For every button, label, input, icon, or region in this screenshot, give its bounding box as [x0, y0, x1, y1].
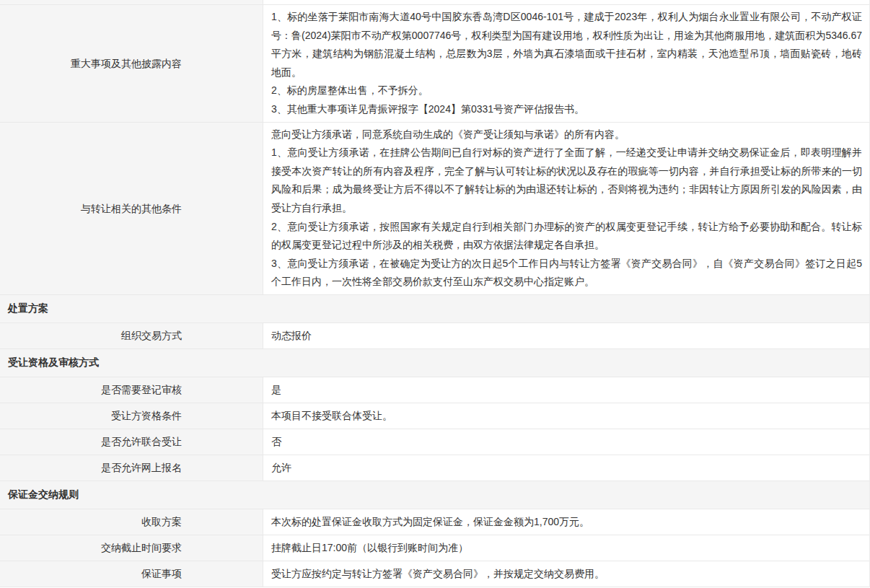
asset-disclosure-table: 重大事项及其他披露内容 1、标的坐落于莱阳市南海大道40号中国胶东香岛湾D区00… — [0, 0, 870, 587]
row-value: 挂牌截止日17:00前（以银行到账时间为准） — [263, 535, 869, 561]
row-content: 1、标的坐落于莱阳市南海大道40号中国胶东香岛湾D区0046-101号，建成于2… — [263, 5, 869, 122]
row-label: 重大事项及其他披露内容 — [0, 5, 263, 122]
table-row-allow-joint-transfer: 是否允许联合受让 否 — [0, 429, 869, 455]
row-label: 是否允许联合受让 — [0, 429, 263, 455]
row-value: 否 — [263, 429, 869, 455]
row-label — [0, 0, 263, 4]
row-label: 是否需要登记审核 — [0, 377, 263, 403]
row-value: 动态报价 — [263, 323, 869, 348]
table-row-transfer-conditions: 与转让相关的其他条件 意向受让方须承诺，同意系统自动生成的《资产受让须知与承诺》… — [0, 123, 869, 295]
table-row-trade-method: 组织交易方式 动态报价 — [0, 323, 869, 349]
row-label: 与转让相关的其他条件 — [0, 123, 263, 294]
row-label: 保证事项 — [0, 561, 263, 587]
row-label: 交纳截止时间要求 — [0, 535, 263, 561]
paragraph: 3、其他重大事项详见青振评报字【2024】第0331号资产评估报告书。 — [271, 100, 862, 119]
row-value: 本次标的处置保证金收取方式为固定保证金，保证金金额为1,700万元。 — [263, 509, 869, 535]
row-value: 是 — [263, 377, 869, 403]
section-header-deposit-rules: 保证金交纳规则 — [0, 481, 869, 509]
paragraph: 3、意向受让方须承诺，在被确定为受让方的次日起5个工作日内与转让方签署《资产交易… — [271, 255, 862, 291]
table-row-payment-deadline: 交纳截止时间要求 挂牌截止日17:00前（以银行到账时间为准） — [0, 535, 869, 561]
row-content: 意向受让方须承诺，同意系统自动生成的《资产受让须知与承诺》的所有内容。 1、意向… — [263, 123, 869, 294]
paragraph: 2、标的房屋整体出售，不予拆分。 — [271, 82, 862, 100]
section-header-disposal-plan: 处置方案 — [0, 295, 869, 323]
paragraph: 1、标的坐落于莱阳市南海大道40号中国胶东香岛湾D区0046-101号，建成于2… — [271, 8, 862, 82]
table-row-transferee-qualification: 受让方资格条件 本项目不接受联合体受让。 — [0, 403, 869, 429]
row-label: 组织交易方式 — [0, 323, 263, 348]
table-row-collection-plan: 收取方案 本次标的处置保证金收取方式为固定保证金，保证金金额为1,700万元。 — [0, 509, 869, 535]
row-value: 受让方应按约定与转让方签署《资产交易合同》，并按规定交纳交易费用。 — [263, 561, 869, 587]
table-row-major-disclosure: 重大事项及其他披露内容 1、标的坐落于莱阳市南海大道40号中国胶东香岛湾D区00… — [0, 5, 869, 123]
row-label: 收取方案 — [0, 509, 263, 535]
row-value: 本项目不接受联合体受让。 — [263, 403, 869, 429]
paragraph: 2、意向受让方须承诺，按照国家有关规定自行到相关部门办理标的资产的权属变更登记手… — [271, 218, 862, 255]
table-row-guarantee-matters: 保证事项 受让方应按约定与转让方签署《资产交易合同》，并按规定交纳交易费用。 — [0, 561, 869, 587]
table-row-clipped — [0, 0, 869, 5]
table-row-need-registration-review: 是否需要登记审核 是 — [0, 377, 869, 403]
row-label: 是否允许网上报名 — [0, 455, 263, 481]
table-row-allow-online-signup: 是否允许网上报名 允许 — [0, 455, 869, 481]
paragraph: 1、意向受让方须承诺，在挂牌公告期间已自行对标的资产进行了全面了解，一经递交受让… — [271, 144, 862, 217]
row-label: 受让方资格条件 — [0, 403, 263, 429]
row-value: 允许 — [263, 455, 869, 481]
paragraph: 意向受让方须承诺，同意系统自动生成的《资产受让须知与承诺》的所有内容。 — [271, 126, 862, 144]
section-header-qualification-review: 受让资格及审核方式 — [0, 349, 869, 377]
